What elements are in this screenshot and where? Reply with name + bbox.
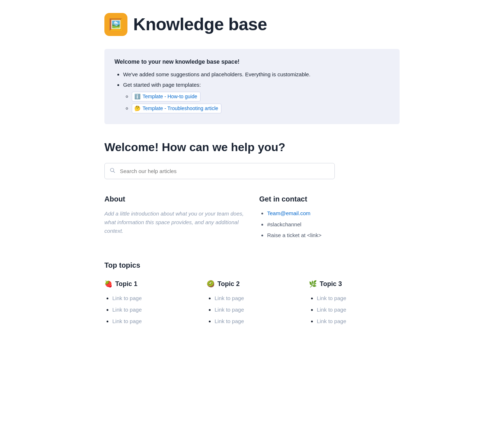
- template-2-icon: 🤔: [134, 105, 140, 112]
- info-box-title: Welcome to your new knowledge base space…: [114, 58, 390, 66]
- list-item: Link to page: [215, 317, 297, 326]
- search-input[interactable]: [104, 163, 335, 179]
- topic-1-links: Link to page Link to page Link to page: [104, 294, 195, 326]
- topic-2-title: 🥝 Topic 2: [207, 279, 297, 289]
- topic-column-1: 🍓 Topic 1 Link to page Link to page Link…: [104, 279, 195, 328]
- topic-1-link-3[interactable]: Link to page: [112, 318, 142, 324]
- contact-item-email: Team@email.com: [267, 209, 400, 218]
- template-howto-link[interactable]: ℹ️ Template - How-to guide: [132, 92, 201, 101]
- topics-grid: 🍓 Topic 1 Link to page Link to page Link…: [104, 279, 400, 328]
- list-item: Link to page: [317, 305, 400, 314]
- template-1-icon: ℹ️: [134, 93, 140, 100]
- contact-item-slack: #slackchannel: [267, 221, 400, 229]
- template-troubleshooting-link[interactable]: 🤔 Template - Troubleshooting article: [132, 104, 221, 113]
- list-item: Link to page: [112, 317, 195, 326]
- welcome-heading: Welcome! How can we help you?: [104, 139, 400, 156]
- list-item: Link to page: [215, 294, 297, 303]
- welcome-section: Welcome! How can we help you?: [104, 139, 400, 179]
- contact-heading: Get in contact: [259, 194, 400, 204]
- about-description: Add a little introduction about what you…: [104, 209, 245, 235]
- list-item: Link to page: [215, 305, 297, 314]
- topic-2-links: Link to page Link to page Link to page: [207, 294, 297, 326]
- topic-2-icon: 🥝: [207, 279, 215, 289]
- topic-2-link-2[interactable]: Link to page: [215, 307, 244, 313]
- list-item: Link to page: [112, 305, 195, 314]
- template-2-label: Template - Troubleshooting article: [143, 105, 218, 112]
- topic-2-link-1[interactable]: Link to page: [215, 295, 244, 301]
- info-box-bullet-2: Get started with page templates: ℹ️ Temp…: [123, 81, 390, 114]
- topic-2-label: Topic 2: [217, 279, 240, 289]
- page-wrapper: 🖼️ Knowledge base Welcome to your new kn…: [90, 0, 414, 364]
- list-item: Link to page: [317, 317, 400, 326]
- about-column: About Add a little introduction about wh…: [104, 194, 245, 243]
- topic-3-link-2[interactable]: Link to page: [317, 307, 346, 313]
- app-icon: 🖼️: [104, 13, 127, 36]
- contact-item-ticket: Raise a ticket at <link>: [267, 231, 400, 240]
- topic-3-link-3[interactable]: Link to page: [317, 318, 346, 324]
- topic-1-label: Topic 1: [115, 279, 138, 289]
- template-1-label: Template - How-to guide: [143, 93, 197, 100]
- about-heading: About: [104, 194, 245, 204]
- list-item: Link to page: [317, 294, 400, 303]
- topic-3-link-1[interactable]: Link to page: [317, 295, 346, 301]
- topic-1-link-2[interactable]: Link to page: [112, 307, 142, 313]
- topic-column-2: 🥝 Topic 2 Link to page Link to page Link…: [207, 279, 297, 328]
- page-header: 🖼️ Knowledge base: [104, 12, 400, 37]
- topic-2-link-3[interactable]: Link to page: [215, 318, 244, 324]
- info-box-bullet-1: We've added some suggestions and placeho…: [123, 71, 390, 79]
- template-1-item: ℹ️ Template - How-to guide: [132, 92, 390, 101]
- template-2-item: 🤔 Template - Troubleshooting article: [132, 104, 390, 113]
- contact-list: Team@email.com #slackchannel Raise a tic…: [259, 209, 400, 240]
- page-title: Knowledge base: [133, 12, 267, 37]
- topic-3-links: Link to page Link to page Link to page: [309, 294, 400, 326]
- topic-1-link-1[interactable]: Link to page: [112, 295, 142, 301]
- topics-heading: Top topics: [104, 260, 400, 271]
- topic-column-3: 🌿 Topic 3 Link to page Link to page Link…: [309, 279, 400, 328]
- topics-section: Top topics 🍓 Topic 1 Link to page Link t…: [104, 260, 400, 328]
- contact-column: Get in contact Team@email.com #slackchan…: [259, 194, 400, 243]
- topic-3-label: Topic 3: [320, 279, 342, 289]
- topic-1-title: 🍓 Topic 1: [104, 279, 195, 289]
- topic-3-icon: 🌿: [309, 279, 317, 289]
- list-item: Link to page: [112, 294, 195, 303]
- content-row: About Add a little introduction about wh…: [104, 194, 400, 243]
- topic-1-icon: 🍓: [104, 279, 112, 289]
- search-container: [104, 163, 335, 179]
- contact-email-link[interactable]: Team@email.com: [267, 210, 310, 216]
- topic-3-title: 🌿 Topic 3: [309, 279, 400, 289]
- info-box: Welcome to your new knowledge base space…: [104, 49, 400, 124]
